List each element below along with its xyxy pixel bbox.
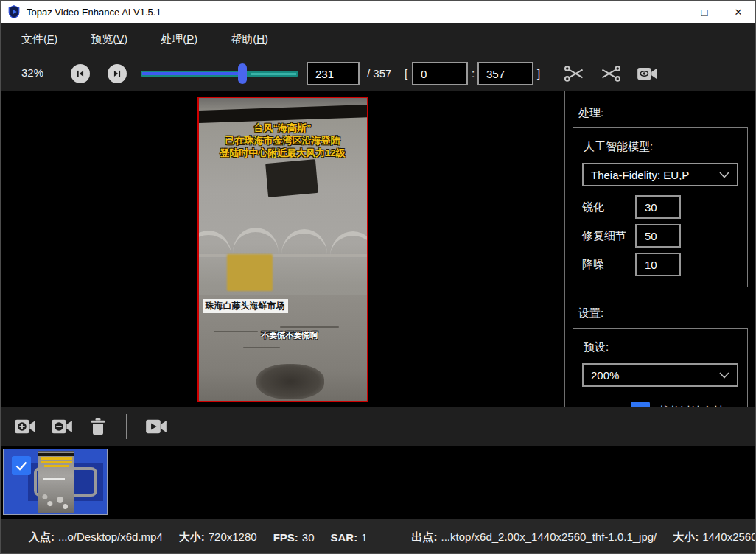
main-area: 台风“海高斯” 已在珠海市金湾区沿海登陆 登陆时中心附近最大风力12级 珠海白藤…: [1, 91, 755, 407]
menu-process-key: P: [186, 32, 194, 45]
minimize-button[interactable]: —: [654, 1, 687, 23]
slider-handle[interactable]: [238, 63, 247, 84]
skip-to-start-button[interactable]: [71, 64, 90, 83]
status-input-path-value: ...o/Desktop/x6d.mp4: [58, 530, 163, 544]
slider-remaining: [251, 73, 296, 75]
process-heading: 处理:: [578, 106, 749, 120]
restore-detail-input[interactable]: 50: [635, 224, 681, 248]
status-fps-value: 30: [302, 531, 315, 544]
trim-in-button[interactable]: [563, 63, 585, 84]
total-frames-label: / 357: [367, 67, 391, 80]
add-video-button[interactable]: [14, 416, 36, 437]
camera-plus-icon: [14, 416, 36, 437]
restore-detail-row: 修复细节 50: [582, 224, 738, 248]
overlay-title-line3: 登陆时中心附近最大风力12级: [199, 147, 367, 159]
menu-file-close: ): [54, 32, 57, 45]
menu-help-text: 帮助(: [231, 32, 256, 45]
remove-video-button[interactable]: [51, 416, 73, 437]
menu-file[interactable]: 文件(F): [11, 28, 68, 51]
clip-toolbar: [1, 407, 755, 446]
chevron-down-icon: [719, 372, 729, 379]
menu-file-key: F: [47, 32, 54, 45]
status-bar: 入点: ...o/Desktop/x6d.mp4 大小: 720x1280 FP…: [1, 519, 755, 554]
restore-detail-label: 修复细节: [582, 229, 635, 243]
preset-select[interactable]: 200%: [582, 363, 738, 387]
ai-model-value: Theia-Fidelity: EU,P: [591, 169, 689, 181]
ai-model-select[interactable]: Theia-Fidelity: EU,P: [582, 163, 738, 186]
menu-preview[interactable]: 预览(V): [80, 28, 138, 51]
range-bracket-open: [: [405, 67, 407, 80]
delete-clip-button[interactable]: [88, 416, 110, 437]
trim-out-button[interactable]: [600, 63, 622, 84]
menu-process-text: 处理(: [161, 32, 186, 45]
status-output-path-value: ...ktop/x6d_2.00x_1440x2560_thf-1.0.1_jp…: [441, 530, 657, 544]
menu-preview-key: V: [116, 32, 124, 45]
clip-thumbnail-image: [38, 451, 74, 513]
status-input-path: 入点: ...o/Desktop/x6d.mp4: [29, 530, 163, 544]
window-controls: — □ ✕: [654, 1, 755, 23]
menu-help-key: H: [256, 32, 265, 45]
menu-preview-close: ): [124, 32, 127, 45]
status-sar-value: 1: [361, 531, 367, 544]
timeline-slider[interactable]: [141, 65, 298, 83]
status-output-size-value: 1440x2560: [702, 530, 756, 544]
overlay-title-line1: 台风“海高斯”: [199, 122, 367, 134]
status-fps: FPS: 30: [273, 531, 315, 544]
menu-help[interactable]: 帮助(H): [220, 28, 279, 51]
status-output-size-label: 大小:: [673, 530, 699, 544]
range-bracket-close: ]: [537, 67, 540, 80]
camera-minus-icon: [51, 416, 73, 437]
app-logo-icon: [7, 5, 21, 18]
preset-label: 预设:: [584, 340, 738, 354]
playback-toolbar: 32% 231 / 357 [ 0 : 357 ]: [1, 56, 755, 91]
status-sar: SAR: 1: [331, 531, 368, 544]
menu-process[interactable]: 处理(P): [150, 28, 208, 51]
denoise-label: 降噪: [582, 258, 635, 272]
clip-list: [1, 446, 755, 519]
video-bridge: [199, 228, 367, 260]
video-overlay-title: 台风“海高斯” 已在珠海市金湾区沿海登陆 登陆时中心附近最大风力12级: [199, 122, 367, 159]
settings-heading: 设置:: [578, 306, 749, 320]
settings-group: 预设: 200% 裁剪以填充帧: [573, 328, 748, 407]
checkmark-icon: [15, 461, 27, 471]
sharpen-row: 锐化 30: [582, 195, 738, 219]
range-end-input[interactable]: 357: [477, 62, 533, 85]
video-truck-shape: [227, 254, 273, 291]
camera-eye-icon: [637, 63, 659, 84]
status-input-size: 大小: 720x1280: [179, 530, 257, 544]
denoise-input[interactable]: 10: [635, 253, 681, 276]
menu-process-close: ): [194, 32, 197, 45]
process-group: 人工智能模型: Theia-Fidelity: EU,P 锐化 30 修复细节 …: [573, 127, 748, 287]
app-window: Topaz Video Enhance AI V1.5.1 — □ ✕ 文件(F…: [0, 0, 756, 554]
denoise-row: 降噪 10: [582, 253, 738, 276]
menu-bar: 文件(F) 预览(V) 处理(P) 帮助(H): [1, 23, 755, 56]
crop-to-fill-checkbox[interactable]: [631, 402, 650, 407]
clip-thumbnail-selected[interactable]: [3, 449, 108, 515]
skip-to-end-button[interactable]: [108, 64, 127, 83]
preset-value: 200%: [591, 369, 619, 382]
close-button[interactable]: ✕: [721, 1, 755, 23]
video-caption: 不要慌不要慌啊: [261, 330, 318, 341]
menu-help-close: ): [265, 32, 268, 45]
clip-select-checkbox[interactable]: [12, 456, 31, 475]
trash-icon: [88, 416, 108, 437]
status-output-size: 大小: 1440x2560: [673, 530, 756, 544]
maximize-button[interactable]: □: [687, 1, 721, 23]
status-sar-label: SAR:: [331, 531, 358, 544]
range-separator: :: [472, 67, 475, 80]
video-preview[interactable]: 台风“海高斯” 已在珠海市金湾区沿海登陆 登陆时中心附近最大风力12级 珠海白藤…: [197, 97, 368, 402]
menu-preview-text: 预览(: [91, 32, 116, 45]
camera-play-icon: [145, 416, 167, 437]
overlay-title-line2: 已在珠海市金湾区沿海登陆: [199, 134, 367, 147]
process-video-button[interactable]: [145, 416, 167, 437]
skip-end-icon: [112, 69, 122, 79]
sharpen-label: 锐化: [582, 200, 635, 214]
current-frame-input[interactable]: 231: [307, 62, 360, 85]
range-start-input[interactable]: 0: [412, 62, 468, 85]
crop-checkbox-row: 裁剪以填充帧: [631, 402, 738, 407]
sharpen-input[interactable]: 30: [635, 195, 681, 219]
toolbar-divider: [126, 414, 127, 439]
titlebar: Topaz Video Enhance AI V1.5.1 — □ ✕: [1, 1, 755, 23]
video-debris-shape: [256, 364, 324, 399]
preview-button[interactable]: [637, 63, 659, 84]
